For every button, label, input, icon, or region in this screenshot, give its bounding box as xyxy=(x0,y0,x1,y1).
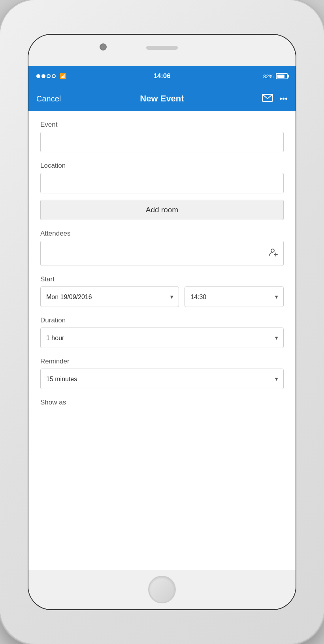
status-time: 14:06 xyxy=(120,72,204,80)
battery-icon xyxy=(276,73,288,79)
phone-screen: 📶 14:06 82% Cancel New Event xyxy=(28,34,296,610)
phone-frame: 📶 14:06 82% Cancel New Event xyxy=(0,0,324,644)
battery-percent: 82% xyxy=(263,73,273,79)
phone-speaker xyxy=(146,46,178,50)
start-group: Start Mon 19/09/2016 Tue 20/09/2016 Wed … xyxy=(40,275,284,307)
header-icons: ••• xyxy=(225,94,288,104)
show-as-group: Show as xyxy=(40,399,284,406)
reminder-select[interactable]: None 5 minutes 15 minutes 30 minutes 1 h… xyxy=(40,369,284,389)
signal-dot-2 xyxy=(41,74,45,78)
event-input[interactable] xyxy=(40,132,284,152)
page-title: New Event xyxy=(99,94,225,104)
event-label: Event xyxy=(40,121,284,129)
duration-select-wrap: 30 minutes 1 hour 1.5 hours 2 hours ▼ xyxy=(40,328,284,348)
phone-camera xyxy=(100,43,107,51)
duration-select[interactable]: 30 minutes 1 hour 1.5 hours 2 hours xyxy=(40,328,284,348)
svg-point-2 xyxy=(271,249,274,252)
date-select-wrap: Mon 19/09/2016 Tue 20/09/2016 Wed 21/09/… xyxy=(40,286,179,307)
signal-dot-3 xyxy=(47,74,51,78)
signal-dot-1 xyxy=(36,74,40,78)
attendees-input-wrap xyxy=(40,241,284,266)
show-as-label: Show as xyxy=(40,399,284,406)
start-date-select[interactable]: Mon 19/09/2016 Tue 20/09/2016 Wed 21/09/… xyxy=(40,286,179,307)
location-input[interactable] xyxy=(40,173,284,193)
email-icon[interactable] xyxy=(262,94,273,104)
reminder-group: Reminder None 5 minutes 15 minutes 30 mi… xyxy=(40,358,284,389)
attendees-input[interactable] xyxy=(40,241,284,266)
add-attendee-icon[interactable] xyxy=(269,247,278,259)
start-label: Start xyxy=(40,275,284,283)
event-group: Event xyxy=(40,121,284,152)
app-header: Cancel New Event ••• xyxy=(28,86,296,111)
wifi-icon: 📶 xyxy=(60,73,66,79)
status-left: 📶 xyxy=(36,73,120,79)
add-room-button[interactable]: Add room xyxy=(40,200,284,220)
location-group: Location Add room xyxy=(40,162,284,220)
phone-bottom-area xyxy=(28,570,296,609)
attendees-label: Attendees xyxy=(40,230,284,238)
attendees-group: Attendees xyxy=(40,230,284,266)
reminder-select-wrap: None 5 minutes 15 minutes 30 minutes 1 h… xyxy=(40,369,284,389)
location-label: Location xyxy=(40,162,284,170)
date-time-row: Mon 19/09/2016 Tue 20/09/2016 Wed 21/09/… xyxy=(40,286,284,307)
phone-top-area xyxy=(28,35,296,66)
home-button[interactable] xyxy=(148,576,176,603)
signal-dot-4 xyxy=(52,74,56,78)
duration-label: Duration xyxy=(40,316,284,324)
time-select-wrap: 14:00 14:30 15:00 15:30 ▼ xyxy=(185,286,284,307)
duration-group: Duration 30 minutes 1 hour 1.5 hours 2 h… xyxy=(40,316,284,348)
signal-indicator xyxy=(36,74,56,78)
cancel-button[interactable]: Cancel xyxy=(36,94,99,103)
more-options-button[interactable]: ••• xyxy=(279,94,288,103)
form-content: Event Location Add room Attendees xyxy=(28,111,296,570)
status-bar: 📶 14:06 82% xyxy=(28,66,296,86)
status-right: 82% xyxy=(204,73,288,79)
start-time-select[interactable]: 14:00 14:30 15:00 15:30 xyxy=(185,286,284,307)
battery-fill xyxy=(277,75,284,78)
reminder-label: Reminder xyxy=(40,358,284,365)
